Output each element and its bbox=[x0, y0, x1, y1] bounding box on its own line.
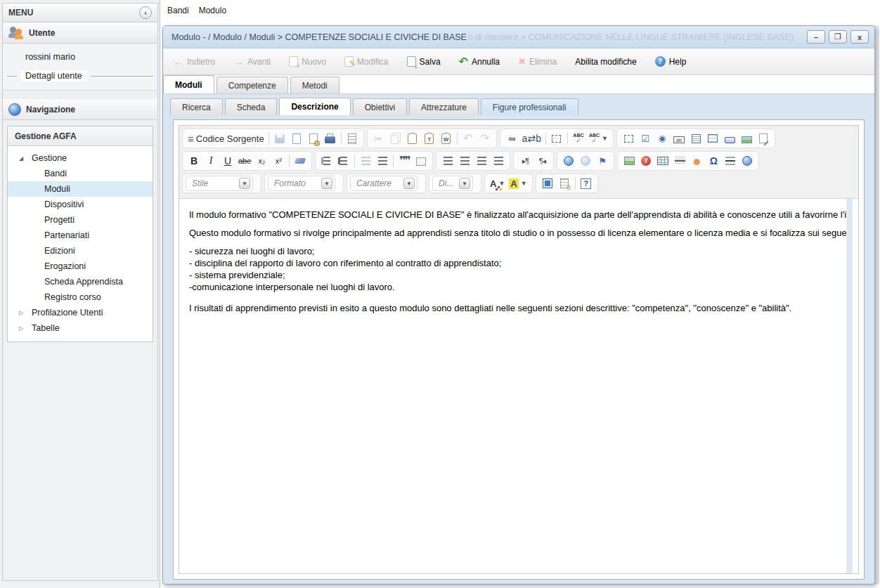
select-field-button[interactable] bbox=[704, 131, 721, 146]
tree-item-moduli[interactable]: Moduli bbox=[8, 181, 153, 197]
outdent-button[interactable] bbox=[357, 153, 374, 169]
text-field-button[interactable]: ab bbox=[671, 131, 687, 146]
tree-node-profilazione-utenti[interactable]: ▷ Profilazione Utenti bbox=[8, 305, 153, 320]
blockquote-button[interactable]: ❞❞ bbox=[396, 153, 413, 169]
tree-node-tabelle[interactable]: ▷ Tabelle bbox=[8, 320, 153, 336]
tab-competenze[interactable]: Competenze bbox=[216, 77, 288, 93]
size-dropdown[interactable]: Di... ▼ bbox=[432, 176, 473, 191]
remove-format-button[interactable] bbox=[292, 153, 309, 169]
show-blocks-button[interactable] bbox=[556, 176, 573, 191]
align-center-button[interactable] bbox=[456, 153, 473, 169]
page-break-button[interactable] bbox=[722, 153, 739, 169]
tree-item-edizioni[interactable]: Edizioni bbox=[8, 243, 153, 259]
tree-item-registro-corso[interactable]: Registro corso bbox=[8, 289, 153, 305]
paste-word-button[interactable]: W bbox=[438, 131, 455, 146]
tab-obiettivi[interactable]: Obiettivi bbox=[353, 98, 407, 115]
paste-text-button[interactable]: T bbox=[421, 131, 438, 146]
background-color-button[interactable]: A▼ bbox=[507, 176, 529, 191]
tab-ricerca[interactable]: Ricerca bbox=[170, 98, 223, 115]
indent-button[interactable] bbox=[374, 153, 391, 169]
save-document-button[interactable] bbox=[271, 131, 288, 146]
templates-button[interactable] bbox=[344, 131, 361, 146]
taskbar-item-modulo[interactable]: Modulo bbox=[199, 6, 226, 15]
bulleted-list-button[interactable] bbox=[335, 153, 352, 169]
style-dropdown[interactable]: Stile ▼ bbox=[186, 176, 253, 191]
sidebar-collapse-button[interactable]: ‹ bbox=[139, 6, 152, 19]
maximize-editor-button[interactable] bbox=[539, 176, 556, 191]
tab-attrezzature[interactable]: Attrezzature bbox=[409, 98, 479, 115]
tree-item-scheda-apprendista[interactable]: Scheda Apprendista bbox=[8, 274, 153, 289]
tree-item-dispositivi[interactable]: Dispositivi bbox=[8, 197, 153, 212]
tab-scheda[interactable]: Scheda bbox=[225, 98, 278, 115]
anchor-button[interactable]: ⚑ bbox=[594, 153, 611, 169]
rtl-button[interactable]: ¶◂ bbox=[533, 153, 550, 169]
close-button[interactable]: x bbox=[850, 30, 869, 44]
tree-item-erogazioni[interactable]: Erogazioni bbox=[8, 259, 153, 274]
editor-scrollbar[interactable] bbox=[846, 199, 853, 573]
special-char-button[interactable]: Ω bbox=[705, 153, 722, 169]
bold-button[interactable]: B bbox=[186, 153, 202, 169]
tree-item-bandi[interactable]: Bandi bbox=[8, 166, 153, 181]
tab-metodi[interactable]: Metodi bbox=[290, 77, 339, 93]
spellcheck-button[interactable]: ABC✓ bbox=[570, 131, 587, 146]
tree-node-gestione[interactable]: ◢ Gestione bbox=[8, 150, 153, 166]
tab-descrizione[interactable]: Descrizione bbox=[279, 98, 350, 115]
cut-button[interactable]: ✂ bbox=[370, 131, 387, 146]
link-button[interactable] bbox=[560, 153, 577, 169]
user-section-header[interactable]: Utente bbox=[3, 22, 157, 44]
superscript-button[interactable]: x² bbox=[270, 153, 287, 169]
redo-button[interactable]: ↷ bbox=[477, 131, 493, 146]
new-page-button[interactable] bbox=[288, 131, 305, 146]
radio-field-button[interactable]: ◉ bbox=[654, 131, 671, 146]
tab-moduli[interactable]: Moduli bbox=[163, 75, 214, 93]
scayt-button[interactable]: ABC✓ ▼ bbox=[587, 131, 610, 146]
format-dropdown[interactable]: Formato ▼ bbox=[268, 176, 335, 191]
forward-button[interactable]: → Avanti bbox=[233, 56, 271, 67]
div-container-button[interactable] bbox=[413, 153, 429, 169]
help-button[interactable]: ? Help bbox=[655, 56, 687, 67]
numbered-list-button[interactable] bbox=[318, 153, 335, 169]
user-details-link[interactable]: Dettagli utente bbox=[21, 70, 86, 81]
enable-edits-button[interactable]: Abilita modifiche bbox=[575, 57, 636, 67]
paste-button[interactable] bbox=[404, 131, 421, 146]
checkbox-field-button[interactable]: ☑ bbox=[637, 131, 654, 146]
expanded-node-icon[interactable]: ◢ bbox=[16, 155, 26, 162]
chevron-down-icon[interactable]: ▼ bbox=[321, 178, 332, 189]
font-dropdown[interactable]: Carattere ▼ bbox=[350, 176, 418, 191]
underline-button[interactable]: U bbox=[219, 153, 236, 169]
form-button[interactable] bbox=[620, 131, 637, 146]
navigation-section-header[interactable]: Navigazione bbox=[3, 99, 157, 120]
strikethrough-button[interactable]: abe bbox=[236, 153, 253, 169]
italic-button[interactable]: I bbox=[202, 153, 219, 169]
taskbar-item-bandi[interactable]: Bandi bbox=[167, 6, 189, 15]
window-titlebar[interactable]: Modulo - / Modulo / Moduli > COMPETENZE … bbox=[163, 26, 874, 48]
editor-content[interactable]: Il modulo formativo "COMPETENZE SOCIALI … bbox=[179, 199, 858, 573]
textarea-button[interactable] bbox=[687, 131, 704, 146]
collapsed-node-icon[interactable]: ▷ bbox=[16, 310, 26, 316]
chevron-down-icon[interactable]: ▼ bbox=[459, 178, 470, 189]
cancel-button[interactable]: ↶ Annulla bbox=[459, 56, 500, 67]
horizontal-rule-button[interactable] bbox=[671, 153, 688, 169]
about-button[interactable]: ? bbox=[578, 176, 595, 191]
maximize-button[interactable]: ❒ bbox=[829, 30, 847, 44]
ltr-button[interactable]: ▸¶ bbox=[517, 153, 533, 169]
tree-item-progetti[interactable]: Progetti bbox=[8, 212, 153, 228]
justify-button[interactable] bbox=[490, 153, 507, 169]
image-button[interactable] bbox=[621, 153, 638, 169]
find-button[interactable]: ∞ bbox=[503, 131, 520, 146]
subscript-button[interactable]: x₂ bbox=[253, 153, 270, 169]
save-button[interactable]: ↓ Salva bbox=[407, 56, 441, 67]
chevron-down-icon[interactable]: ▼ bbox=[239, 178, 250, 189]
chevron-down-icon[interactable]: ▼ bbox=[403, 178, 415, 189]
new-button[interactable]: + Nuovo bbox=[289, 56, 326, 67]
smiley-button[interactable]: ☻ bbox=[688, 153, 705, 169]
print-button[interactable] bbox=[322, 131, 339, 146]
copy-button[interactable] bbox=[387, 131, 404, 146]
minimize-button[interactable]: – bbox=[807, 30, 825, 44]
tree-item-partenariati[interactable]: Partenariati bbox=[8, 228, 153, 243]
table-button[interactable] bbox=[654, 153, 671, 169]
back-button[interactable]: ← Indietro bbox=[173, 56, 215, 67]
hidden-field-button[interactable] bbox=[755, 131, 772, 146]
delete-button[interactable]: ✖ Elimina bbox=[518, 57, 557, 67]
text-color-button[interactable]: A▼ bbox=[488, 176, 507, 191]
